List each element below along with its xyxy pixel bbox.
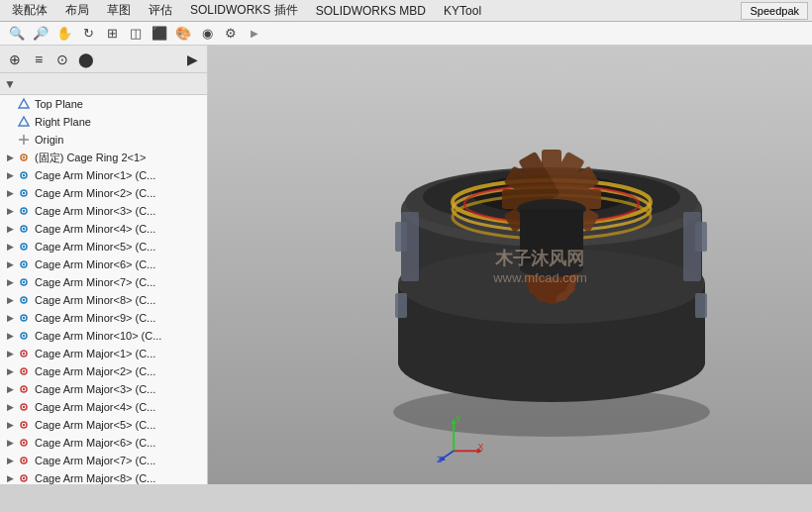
ribbon-zoom-icon[interactable]: 🔎: [32, 25, 50, 43]
tree-item[interactable]: ▶Cage Arm Major<6> (C...: [0, 434, 207, 452]
ribbon-search-icon[interactable]: 🔍: [8, 25, 26, 43]
tree-item-icon: [16, 399, 32, 415]
tree-item[interactable]: ▶Cage Arm Minor<3> (C...: [0, 202, 207, 220]
ribbon-settings-icon[interactable]: ⚙: [222, 25, 240, 43]
tree-expand-icon[interactable]: [4, 116, 16, 128]
svg-point-29: [23, 370, 25, 372]
svg-point-39: [23, 460, 25, 461]
tree-item-icon: [16, 363, 32, 379]
svg-point-19: [23, 281, 25, 283]
fm-icon-property[interactable]: ≡: [28, 49, 50, 70]
speedpak-label: Speedpak: [741, 2, 808, 20]
tree-expand-icon[interactable]: ▶: [4, 455, 16, 466]
tree-expand-icon[interactable]: ▶: [4, 472, 16, 484]
ribbon-view-icon[interactable]: ◫: [127, 25, 145, 43]
tree-item[interactable]: ▶Cage Arm Minor<5> (C...: [0, 238, 207, 256]
tree-item-icon: [16, 328, 32, 344]
svg-point-21: [23, 299, 25, 301]
menu-item-sw-mbd[interactable]: SOLIDWORKS MBD: [308, 2, 434, 20]
ribbon-section-icon[interactable]: ⬛: [151, 25, 168, 43]
tree-item-icon: [16, 203, 32, 219]
menu-item-kytool[interactable]: KYTool: [436, 2, 489, 20]
menu-item-assemble[interactable]: 装配体: [4, 0, 55, 21]
tree-expand-icon[interactable]: ▶: [4, 383, 16, 395]
tree-expand-icon[interactable]: ▶: [4, 187, 16, 199]
tree-item-icon: [16, 114, 32, 130]
tree-item-icon: [16, 470, 32, 484]
tree-item[interactable]: ▶Cage Arm Major<3> (C...: [0, 380, 207, 398]
fm-icon-feature[interactable]: ⊕: [4, 49, 26, 70]
tree-item[interactable]: ▶Cage Arm Major<7> (C...: [0, 452, 207, 469]
tree-expand-icon[interactable]: ▶: [4, 348, 16, 359]
feature-tree[interactable]: Top PlaneRight PlaneOrigin▶(固定) Cage Rin…: [0, 95, 207, 484]
svg-point-17: [23, 263, 25, 265]
tree-item-label: Cage Arm Minor<5> (C...: [35, 241, 155, 253]
tree-item-label: Cage Arm Major<6> (C...: [35, 437, 155, 449]
tree-item-label: Cage Arm Major<5> (C...: [35, 419, 155, 431]
tree-item[interactable]: ▶Cage Arm Minor<10> (C...: [0, 327, 207, 345]
tree-expand-icon[interactable]: ▶: [4, 312, 16, 324]
tree-item[interactable]: ▶Cage Arm Minor<8> (C...: [0, 291, 207, 309]
tree-expand-icon[interactable]: [4, 98, 16, 110]
tree-expand-icon[interactable]: ▶: [4, 437, 16, 449]
tree-item[interactable]: ▶Cage Arm Minor<6> (C...: [0, 256, 207, 273]
tree-item-label: Cage Arm Major<4> (C...: [35, 401, 155, 413]
tree-item[interactable]: ▶Cage Arm Major<8> (C...: [0, 469, 207, 484]
filter-icon: ▼: [4, 77, 16, 91]
ribbon-fit-icon[interactable]: ⊞: [103, 25, 121, 43]
tree-item[interactable]: ▶Cage Arm Minor<9> (C...: [0, 309, 207, 327]
tree-expand-icon[interactable]: ▶: [4, 205, 16, 217]
ribbon-rotate-icon[interactable]: ↻: [79, 25, 97, 43]
svg-point-23: [23, 317, 25, 319]
tree-expand-icon[interactable]: [4, 134, 16, 146]
tree-expand-icon[interactable]: ▶: [4, 258, 16, 270]
tree-item[interactable]: ▶(固定) Cage Ring 2<1>: [0, 149, 207, 166]
tree-item[interactable]: Origin: [0, 131, 207, 149]
tree-item-icon: [16, 274, 32, 290]
tree-expand-icon[interactable]: ▶: [4, 276, 16, 288]
tree-item-label: Cage Arm Major<1> (C...: [35, 348, 155, 359]
ribbon-appearance-icon[interactable]: 🎨: [174, 25, 192, 43]
tree-item[interactable]: ▶Cage Arm Minor<2> (C...: [0, 184, 207, 202]
tree-expand-icon[interactable]: ▶: [4, 169, 16, 181]
tree-expand-icon[interactable]: ▶: [4, 152, 16, 163]
svg-marker-1: [19, 117, 29, 126]
menu-item-evaluate[interactable]: 评估: [141, 0, 180, 21]
svg-point-9: [23, 192, 25, 194]
tree-item[interactable]: Top Plane: [0, 95, 207, 113]
tree-item[interactable]: ▶Cage Arm Minor<7> (C...: [0, 273, 207, 291]
svg-point-41: [23, 477, 25, 479]
menu-item-sw-plugins[interactable]: SOLIDWORKS 插件: [182, 0, 306, 21]
fm-icon-config[interactable]: ⊙: [51, 49, 73, 70]
menu-item-layout[interactable]: 布局: [57, 0, 97, 21]
ribbon-arrow-right-icon[interactable]: ▶: [246, 25, 263, 43]
viewport[interactable]: 木子沐风网 www.mfcad.com Y X Z: [208, 46, 812, 484]
tree-expand-icon[interactable]: ▶: [4, 419, 16, 431]
tree-item-icon: [16, 221, 32, 237]
tree-expand-icon[interactable]: ▶: [4, 330, 16, 342]
fm-icon-appearance[interactable]: ⬤: [75, 49, 97, 70]
tree-item[interactable]: ▶Cage Arm Major<1> (C...: [0, 345, 207, 362]
tree-item[interactable]: ▶Cage Arm Minor<4> (C...: [0, 220, 207, 238]
svg-point-25: [23, 335, 25, 337]
menu-item-sketch[interactable]: 草图: [99, 0, 139, 21]
top-menu-bar: 装配体 布局 草图 评估 SOLIDWORKS 插件 SOLIDWORKS MB…: [0, 0, 812, 22]
tree-item-label: Cage Arm Minor<3> (C...: [35, 205, 155, 217]
tree-expand-icon[interactable]: ▶: [4, 401, 16, 413]
tree-item[interactable]: ▶Cage Arm Major<4> (C...: [0, 398, 207, 416]
tree-expand-icon[interactable]: ▶: [4, 294, 16, 306]
tree-expand-icon[interactable]: ▶: [4, 223, 16, 235]
tree-item-icon: [16, 256, 32, 272]
tree-expand-icon[interactable]: ▶: [4, 241, 16, 253]
ribbon-pan-icon[interactable]: ✋: [55, 25, 73, 43]
svg-marker-0: [19, 99, 29, 108]
tree-expand-icon[interactable]: ▶: [4, 365, 16, 377]
svg-text:X: X: [478, 443, 484, 452]
tree-item[interactable]: Right Plane: [0, 113, 207, 131]
tree-item[interactable]: ▶Cage Arm Major<2> (C...: [0, 362, 207, 380]
tree-item-icon: [16, 381, 32, 397]
tree-item[interactable]: ▶Cage Arm Major<5> (C...: [0, 416, 207, 434]
ribbon-display-icon[interactable]: ◉: [198, 25, 216, 43]
tree-item[interactable]: ▶Cage Arm Minor<1> (C...: [0, 166, 207, 184]
fm-icon-more[interactable]: ▶: [181, 49, 203, 70]
